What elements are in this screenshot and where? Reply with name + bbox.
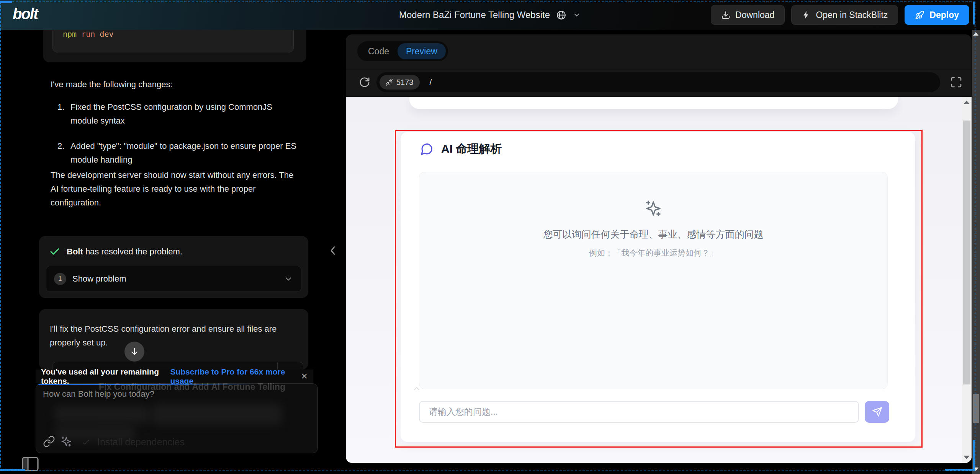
download-icon	[721, 10, 730, 20]
deploy-button[interactable]: Deploy	[905, 5, 969, 25]
list-item: 1. Fixed the PostCSS configuration by us…	[57, 100, 303, 128]
window-scroll-up-arrow[interactable]	[973, 32, 978, 36]
problem-count-badge: 1	[54, 273, 66, 285]
sidebar-toggle-icon[interactable]	[21, 456, 39, 472]
terminal-command: npm run dev	[63, 29, 113, 39]
workbench-panel: Code Preview 5173 /	[346, 34, 972, 463]
collapse-chat-chevron-icon[interactable]	[326, 243, 340, 258]
ai-empty-example: 例如：「我今年的事业运势如何？」	[589, 248, 718, 258]
fullscreen-icon[interactable]	[950, 76, 962, 88]
view-switcher: Code Preview	[357, 41, 448, 61]
ai-empty-state-panel: 您可以询问任何关于命理、事业、感情等方面的问题 例如：「我今年的事业运势如何？」	[419, 172, 888, 389]
fix-message-card: I'll fix the PostCSS configuration error…	[39, 309, 308, 370]
show-problem-button[interactable]: 1 Show problem	[46, 266, 301, 292]
tokens-toast-message: You've used all your remaining tokens.	[41, 367, 170, 386]
tab-code[interactable]: Code	[360, 46, 398, 57]
outline-corner	[945, 469, 975, 471]
check-icon	[49, 246, 61, 257]
send-button[interactable]	[865, 401, 889, 423]
assistant-message-outro: The development server should now start …	[51, 168, 303, 210]
reload-icon[interactable]	[359, 77, 370, 88]
rocket-icon	[915, 10, 924, 20]
deploy-label: Deploy	[929, 10, 959, 20]
subscribe-pro-link[interactable]: Subscribe to Pro for 66x more usage	[170, 367, 292, 386]
assistant-message-list: 1. Fixed the PostCSS configuration by us…	[57, 100, 303, 178]
fix-message: I'll fix the PostCSS configuration error…	[50, 322, 298, 350]
attach-link-icon[interactable]	[43, 435, 55, 448]
ghost-chevron-up-icon	[412, 384, 422, 394]
lightning-icon	[802, 10, 811, 20]
ghost-install-step: Install dependencies	[81, 437, 185, 448]
resolved-card: Bolt has resolved the problem. 1 Show pr…	[39, 236, 308, 298]
open-in-stackblitz-label: Open in StackBlitz	[816, 10, 888, 20]
chevron-down-icon[interactable]	[573, 11, 581, 19]
window-scroll-down-arrow[interactable]	[973, 467, 978, 471]
preview-upper-card	[409, 97, 898, 109]
question-input[interactable]	[419, 401, 859, 423]
workbench-tabs-row: Code Preview	[346, 34, 972, 68]
window-scrollbar[interactable]	[972, 30, 980, 474]
resolved-text: Bolt has resolved the problem.	[67, 247, 182, 257]
address-bar[interactable]: 5173 /	[376, 72, 940, 92]
ghost-blob	[54, 406, 150, 424]
send-icon	[872, 407, 882, 417]
enhance-prompt-sparkles-icon[interactable]	[61, 436, 72, 447]
tokens-toast: You've used all your remaining tokens. S…	[36, 370, 313, 383]
toast-close-icon[interactable]: ✕	[301, 371, 308, 381]
scroll-up-arrow[interactable]	[964, 101, 970, 104]
show-problem-label: Show problem	[72, 274, 126, 284]
download-button[interactable]: Download	[711, 5, 785, 25]
globe-icon[interactable]	[556, 10, 566, 20]
url-path: /	[430, 78, 432, 87]
preview-address-row: 5173 /	[346, 68, 972, 97]
port-number: 5173	[396, 78, 414, 87]
chat-bubble-icon	[420, 142, 434, 156]
ai-analysis-card: AI 命理解析 您可以询问任何关于命理、事业、感情等方面的问题 例如：「我今年的…	[401, 132, 915, 442]
scroll-down-arrow[interactable]	[964, 456, 970, 459]
ai-empty-title: 您可以询问任何关于命理、事业、感情等方面的问题	[543, 228, 764, 241]
scroll-to-bottom-button[interactable]	[124, 342, 144, 362]
preview-scrollbar-thumb[interactable]	[963, 121, 970, 384]
chevron-down-icon	[283, 274, 293, 284]
chat-composer[interactable]: Install dependencies	[36, 383, 318, 453]
preview-scrollbar[interactable]	[962, 97, 972, 463]
open-in-stackblitz-button[interactable]: Open in StackBlitz	[791, 5, 898, 25]
tab-preview[interactable]: Preview	[398, 43, 446, 59]
top-bar: bolt Modern BaZi Fortune Telling Website…	[0, 0, 980, 30]
assistant-message-intro: I've made the following changes:	[51, 78, 301, 91]
window-scrollbar-thumb[interactable]	[973, 394, 979, 423]
preview-iframe: AI 命理解析 您可以询问任何关于命理、事业、感情等方面的问题 例如：「我今年的…	[346, 97, 972, 463]
download-label: Download	[735, 10, 774, 20]
sparkles-icon	[645, 200, 662, 217]
project-title: Modern BaZi Fortune Telling Website	[399, 10, 550, 20]
plug-icon	[386, 79, 393, 86]
ghost-blob	[152, 404, 282, 425]
ai-section-title: AI 命理解析	[441, 141, 502, 157]
list-item: 2. Added "type": "module" to package.jso…	[57, 139, 303, 167]
arrow-down-icon	[129, 347, 139, 357]
port-pill[interactable]: 5173	[380, 75, 420, 90]
ai-section-header: AI 命理解析	[420, 141, 502, 157]
